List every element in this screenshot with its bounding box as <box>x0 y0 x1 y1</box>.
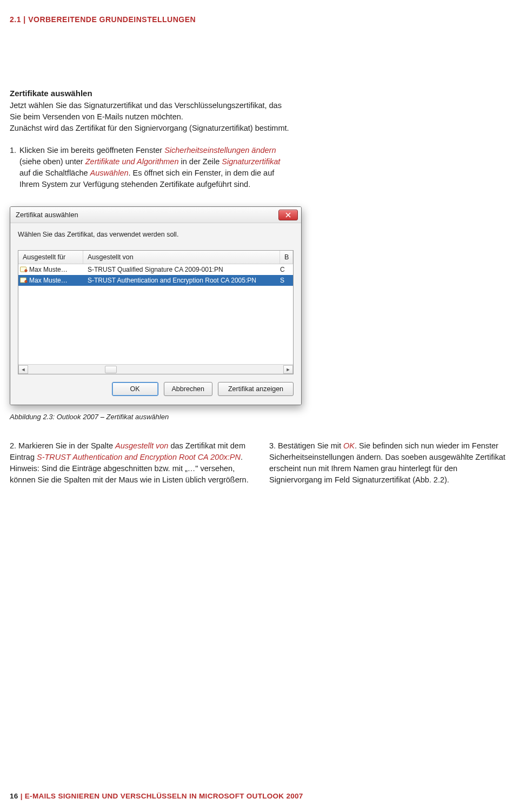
column-issued-by[interactable]: Ausgestellt von <box>83 251 280 264</box>
scroll-right-arrow-icon[interactable]: ► <box>283 365 293 374</box>
step1-t2: (siehe oben) unter <box>19 157 85 166</box>
figure-caption: Abbildung 2.3: Outlook 2007 – Zertifikat… <box>10 413 509 421</box>
step1-r3: Signaturzertifikat <box>222 157 280 166</box>
dialog-screenshot: Zertifikat auswählen Wählen Sie das Zert… <box>10 206 302 405</box>
cell-issued-for: Max Muste… <box>29 266 83 273</box>
certificate-icon <box>18 266 29 273</box>
intro-paragraph: Jetzt wählen Sie das Signaturzertifikat … <box>10 100 291 134</box>
footer-title: E-MAILS SIGNIEREN UND VERSCHLÜSSELN IN M… <box>25 792 303 800</box>
ok-button[interactable]: OK <box>112 382 158 396</box>
step-1-body: Klicken Sie im bereits geöffneten Fenste… <box>19 145 291 190</box>
dialog-button-row: OK Abbrechen Zertifikat anzeigen <box>18 382 294 396</box>
step1-r2: Zertifikate und Algorithmen <box>85 157 179 166</box>
cell-extra: S <box>280 277 293 284</box>
step2-r1: Ausgestellt von <box>115 441 168 450</box>
step1-r1: Sicherheitseinstellungen ändern <box>164 146 276 155</box>
dialog-window: Zertifikat auswählen Wählen Sie das Zert… <box>10 206 302 405</box>
step-3-number: 3. <box>269 441 276 450</box>
step-1: 1. Klicken Sie im bereits geöffneten Fen… <box>10 145 291 190</box>
step1-t4: auf die Schaltfläche <box>19 169 90 177</box>
scroll-thumb[interactable] <box>105 366 117 373</box>
horizontal-scrollbar[interactable]: ◄ ► <box>18 364 293 374</box>
cell-issued-by: S-TRUST Qualified Signature CA 2009-001:… <box>83 266 280 273</box>
step1-r4: Auswählen <box>90 169 129 177</box>
scroll-left-arrow-icon[interactable]: ◄ <box>18 365 28 374</box>
close-button[interactable] <box>278 210 298 220</box>
cancel-button[interactable]: Abbrechen <box>164 382 212 396</box>
running-head: 2.1 | VORBEREITENDE GRUNDEINSTELLUNGEN <box>10 15 509 24</box>
certificate-icon <box>18 277 29 284</box>
step1-t3: in der Zeile <box>178 157 222 166</box>
dialog-body: Wählen Sie das Zertifikat, das verwendet… <box>10 223 301 405</box>
two-column-steps: 2. Markieren Sie in der Spalte Ausgestel… <box>10 440 509 486</box>
page: 2.1 | VORBEREITENDE GRUNDEINSTELLUNGEN Z… <box>0 0 519 812</box>
close-icon <box>285 212 291 218</box>
list-item[interactable]: Max Muste… S-TRUST Authentication and En… <box>18 275 293 286</box>
page-number: 16 <box>10 792 18 800</box>
step2-t1: Markieren Sie in der Spalte <box>16 441 115 450</box>
page-footer: 16 | E-MAILS SIGNIEREN UND VERSCHLÜSSELN… <box>10 792 303 800</box>
cell-extra: C <box>280 266 293 273</box>
view-certificate-button[interactable]: Zertifikat anzeigen <box>218 382 294 396</box>
scroll-track[interactable] <box>28 365 283 374</box>
step-3: 3. Bestätigen Sie mit OK. Sie befinden s… <box>269 440 509 486</box>
svg-point-3 <box>25 280 27 283</box>
footer-sep: | <box>18 792 25 800</box>
list-rows: Max Muste… S-TRUST Qualified Signature C… <box>18 264 293 364</box>
section-title: Zertifikate auswählen <box>10 89 509 98</box>
cell-issued-for: Max Muste… <box>29 277 83 284</box>
list-item[interactable]: Max Muste… S-TRUST Qualified Signature C… <box>18 264 293 275</box>
dialog-titlebar[interactable]: Zertifikat auswählen <box>10 207 301 223</box>
step-2: 2. Markieren Sie in der Spalte Ausgestel… <box>10 440 250 486</box>
list-header[interactable]: Ausgestellt für Ausgestellt von B <box>18 251 293 264</box>
dialog-prompt: Wählen Sie das Zertifikat, das verwendet… <box>18 231 294 238</box>
step3-r1: OK <box>343 441 355 450</box>
column-extra[interactable]: B <box>280 251 293 264</box>
step3-t1: Bestätigen Sie mit <box>276 441 343 450</box>
step2-r2: S-TRUST Authentication and Encryption Ro… <box>37 453 241 461</box>
step1-t1: Klicken Sie im bereits geöffneten Fenste… <box>19 146 164 155</box>
certificate-listbox[interactable]: Ausgestellt für Ausgestellt von B Max Mu… <box>18 250 294 374</box>
dialog-title: Zertifikat auswählen <box>16 211 278 219</box>
column-issued-for[interactable]: Ausgestellt für <box>18 251 83 264</box>
cell-issued-by: S-TRUST Authentication and Encryption Ro… <box>83 277 280 284</box>
step-1-number: 1. <box>10 145 19 190</box>
svg-point-1 <box>25 270 27 272</box>
step-2-number: 2. <box>10 441 16 450</box>
